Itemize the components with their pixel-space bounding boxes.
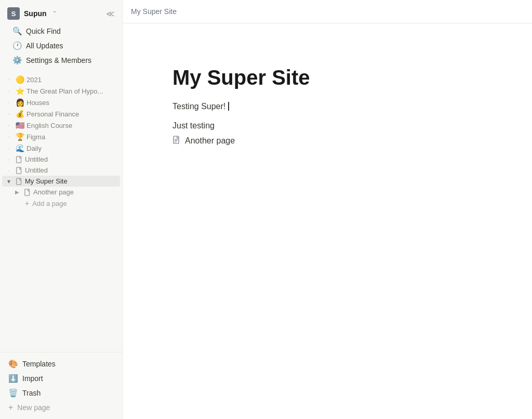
- sidebar-bottom: 🎨 Templates ⬇️ Import 🗑️ Trash + New pag…: [0, 352, 122, 419]
- page-item-label: The Great Plan of Hypo...: [26, 87, 103, 95]
- svg-rect-4: [174, 136, 179, 143]
- topbar-title: My Super Site: [131, 7, 177, 16]
- svg-rect-1: [17, 167, 21, 173]
- import-label: Import: [22, 374, 43, 383]
- new-page-label: New page: [17, 403, 50, 412]
- page-body-text2: Just testing: [172, 121, 482, 130]
- workspace-name-row: S Supun ⌃: [7, 7, 57, 20]
- page-item-expander: ▾: [4, 178, 14, 185]
- page-item-label: Figma: [26, 133, 45, 141]
- new-page-row[interactable]: + New page: [4, 400, 118, 415]
- trash-label: Trash: [22, 389, 41, 397]
- page-item-label: Untitled: [25, 155, 48, 163]
- sidebar-page-item-p2[interactable]: ·⭐The Great Plan of Hypo...: [2, 85, 120, 97]
- page-item-icon: 🇺🇸: [16, 121, 24, 129]
- page-item-label: Untitled: [25, 166, 48, 174]
- page-item-label: Another page: [33, 188, 74, 196]
- page-item-label: Personal Finance: [26, 110, 79, 118]
- page-item-expander: ·: [4, 99, 14, 106]
- page-item-label: My Super Site: [25, 177, 68, 185]
- add-page-button[interactable]: +Add a page: [2, 198, 120, 209]
- svg-rect-3: [25, 189, 30, 195]
- sidebar-page-item-p1[interactable]: ·🟡2021: [2, 74, 120, 85]
- page-item-expander: ▶: [12, 189, 22, 195]
- page-item-label: Daily: [26, 145, 42, 152]
- page-item-icon: [24, 189, 31, 196]
- inline-link-label: Another page: [185, 136, 235, 146]
- plus-icon: +: [25, 199, 29, 207]
- page-item-expander: ·: [4, 167, 14, 174]
- add-page-label: Add a page: [32, 200, 67, 207]
- main-area: My Super Site My Super Site Testing Supe…: [123, 0, 532, 419]
- page-item-expander: ·: [4, 156, 14, 163]
- sidebar-page-item-p5[interactable]: ·🇺🇸English Course: [2, 120, 120, 131]
- sidebar-page-item-p10[interactable]: ▾My Super Site: [2, 176, 120, 187]
- sidebar-top: S Supun ⌃ ≪ 🔍 Quick Find 🕐 All Updates ⚙…: [0, 0, 122, 72]
- page-item-icon: ⭐: [16, 87, 24, 95]
- sidebar-item-all-updates[interactable]: 🕐 All Updates: [8, 38, 114, 53]
- templates-label: Templates: [22, 360, 56, 368]
- svg-rect-2: [17, 178, 21, 184]
- page-item-expander: ·: [4, 76, 14, 83]
- body-text1-span: Testing Super!: [172, 102, 225, 111]
- page-item-icon: 🏆: [16, 133, 24, 141]
- sidebar-page-item-p4[interactable]: ·💰Personal Finance: [2, 108, 120, 120]
- sidebar-item-quick-find[interactable]: 🔍 Quick Find: [8, 24, 114, 38]
- import-icon: ⬇️: [8, 374, 18, 383]
- page-item-icon: [16, 156, 23, 163]
- search-icon: 🔍: [12, 27, 22, 36]
- svg-rect-0: [17, 156, 21, 162]
- settings-label: Settings & Members: [26, 56, 91, 64]
- clock-icon: 🕐: [12, 41, 22, 50]
- workspace-chevron: ⌃: [52, 10, 57, 17]
- new-page-plus-icon: +: [8, 403, 13, 412]
- topbar: My Super Site: [123, 0, 532, 23]
- sidebar-item-settings[interactable]: ⚙️ Settings & Members: [8, 53, 114, 68]
- page-item-icon: [16, 178, 23, 185]
- text-cursor: [225, 102, 229, 111]
- quick-find-label: Quick Find: [26, 27, 61, 35]
- sidebar-item-trash[interactable]: 🗑️ Trash: [4, 386, 118, 400]
- sidebar-page-item-p8[interactable]: ·Untitled: [2, 154, 120, 165]
- page-item-icon: 🟡: [16, 75, 24, 84]
- trash-icon: 🗑️: [8, 388, 18, 398]
- page-item-icon: 🌊: [16, 144, 24, 152]
- page-title: My Super Site: [172, 65, 482, 90]
- page-content: My Super Site Testing Super! Just testin…: [123, 23, 532, 419]
- sidebar-pages: ·🟡2021·⭐The Great Plan of Hypo...·👩House…: [0, 72, 122, 352]
- page-item-expander: ·: [4, 88, 14, 94]
- inline-page-link[interactable]: Another page: [170, 135, 237, 147]
- all-updates-label: All Updates: [26, 42, 63, 50]
- sidebar-item-templates[interactable]: 🎨 Templates: [4, 357, 118, 371]
- sidebar-nav: 🔍 Quick Find 🕐 All Updates ⚙️ Settings &…: [4, 22, 118, 70]
- sidebar-page-item-p9[interactable]: ·Untitled: [2, 165, 120, 176]
- inline-doc-icon: [172, 136, 181, 146]
- settings-icon: ⚙️: [12, 56, 22, 65]
- page-item-label: Houses: [26, 99, 49, 107]
- page-item-icon: 💰: [16, 110, 24, 118]
- collapse-sidebar-icon[interactable]: ≪: [106, 9, 115, 19]
- page-item-icon: [16, 167, 23, 174]
- workspace-name: Supun: [24, 9, 47, 18]
- templates-icon: 🎨: [8, 359, 18, 369]
- page-item-label: English Course: [26, 122, 72, 129]
- page-item-label: 2021: [26, 76, 42, 84]
- sidebar-page-item-p7[interactable]: ·🌊Daily: [2, 142, 120, 154]
- sidebar-page-item-p6[interactable]: ·🏆Figma: [2, 131, 120, 142]
- sidebar-item-import[interactable]: ⬇️ Import: [4, 371, 118, 386]
- workspace-icon: S: [7, 7, 20, 20]
- page-item-icon: 👩: [16, 98, 24, 107]
- sidebar: S Supun ⌃ ≪ 🔍 Quick Find 🕐 All Updates ⚙…: [0, 0, 123, 419]
- sidebar-page-item-p11[interactable]: ▶Another page: [10, 187, 120, 198]
- page-item-expander: ·: [4, 134, 14, 140]
- page-item-expander: ·: [4, 145, 14, 151]
- page-body-text1: Testing Super!: [172, 100, 482, 113]
- pages-list: ·🟡2021·⭐The Great Plan of Hypo...·👩House…: [0, 74, 122, 209]
- workspace-header[interactable]: S Supun ⌃ ≪: [4, 5, 118, 22]
- page-item-expander: ·: [4, 122, 14, 128]
- sidebar-page-item-p3[interactable]: ·👩Houses: [2, 97, 120, 108]
- page-item-expander: ·: [4, 111, 14, 117]
